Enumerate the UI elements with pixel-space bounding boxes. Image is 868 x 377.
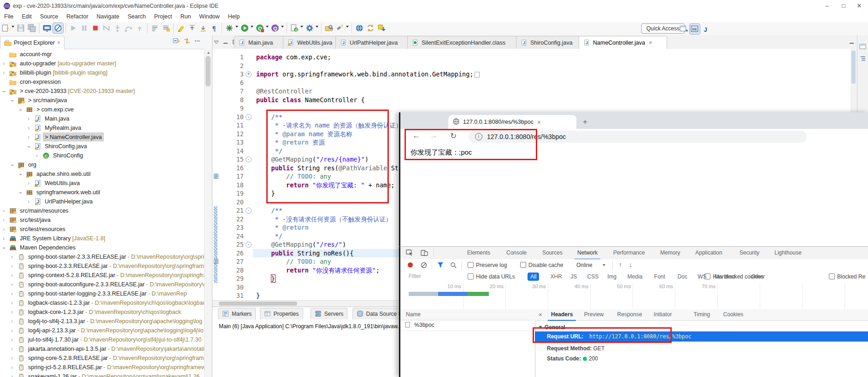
view-menu-icon[interactable] (194, 37, 200, 46)
general-section[interactable]: General (539, 324, 565, 331)
tree-item-snakeyaml-1.26.jar[interactable]: ›snakeyaml-1.26.jar - D:\mavenRepository… (0, 372, 204, 377)
device-toolbar-icon[interactable] (421, 249, 428, 257)
new-wizard-dropdown-icon[interactable] (12, 26, 14, 28)
pause-icon[interactable] (79, 23, 89, 33)
project-explorer-close-icon[interactable]: × (57, 40, 60, 46)
tree-item-namecontroller.java[interactable]: ›J> NameController.java (0, 133, 204, 142)
new-tab-button[interactable]: + (581, 118, 589, 126)
editor-hscroll-thumb[interactable] (219, 302, 297, 306)
filter-type-img[interactable]: Img (604, 273, 619, 281)
tree-item-spring-boot-starter-2.3.3.release.jar[interactable]: ›spring-boot-starter-2.3.3.RELEASE.jar -… (0, 252, 204, 261)
devtools-tab-application[interactable]: Application (692, 247, 725, 259)
profile-icon[interactable]: Q (270, 23, 280, 33)
browser-tab[interactable]: 127.0.0.1:8080/res/%3bpoc × (448, 115, 576, 129)
tree-item-spring-boot-autoconfigure-2.3.3.release.jar[interactable]: ›spring-boot-autoconfigure-2.3.3.RELEASE… (0, 280, 204, 289)
chevron-expanded-icon[interactable]: › (1, 247, 7, 249)
reload-icon[interactable]: ↻ (450, 131, 457, 141)
link-editor-icon[interactable] (183, 37, 191, 46)
skip-breakpoints-icon[interactable] (53, 23, 63, 33)
chevron-collapsed-icon[interactable]: › (11, 318, 13, 325)
chevron-collapsed-icon[interactable]: › (11, 309, 13, 315)
filter-type-doc[interactable]: Doc (675, 273, 690, 281)
details-tab-timing[interactable]: Timing (690, 309, 713, 320)
new-class-dropdown-icon[interactable] (300, 26, 303, 28)
explorer-scrollbar[interactable]: ▲ (204, 49, 212, 377)
details-close-icon[interactable]: × (539, 311, 542, 318)
step-over-icon[interactable] (123, 23, 134, 33)
tree-item-logback-classic-1.2.3.jar[interactable]: ›logback-classic-1.2.3.jar - D:\mavenRep… (0, 298, 204, 307)
chevron-collapsed-icon[interactable]: › (36, 152, 38, 159)
editor-minimize-icon[interactable] (849, 39, 854, 46)
chevron-collapsed-icon[interactable]: › (11, 300, 13, 306)
devtools-tab-console[interactable]: Console (504, 247, 529, 259)
view-menu-arrow-icon[interactable] (214, 39, 219, 46)
chevron-expanded-icon[interactable]: › (18, 192, 24, 194)
code-line-1[interactable]: 1package com.exp.cve; (212, 53, 868, 62)
next-annotation-icon[interactable] (198, 23, 208, 33)
menu-project[interactable]: Project (150, 12, 176, 21)
tree-item-shiroconfig.java[interactable]: ›JShiroConfig.java (0, 142, 204, 151)
run-icon[interactable] (240, 23, 250, 33)
details-tab-headers[interactable]: Headers (548, 309, 576, 321)
requests-name-header[interactable]: Name (400, 309, 540, 320)
profile-dropdown-icon[interactable] (281, 26, 284, 28)
chevron-collapsed-icon[interactable]: › (11, 364, 13, 371)
import-har-icon[interactable]: ↑ (619, 261, 622, 268)
chevron-collapsed-icon[interactable]: › (28, 116, 29, 122)
chevron-collapsed-icon[interactable]: › (28, 134, 29, 140)
menu-navigate[interactable]: Navigate (93, 12, 123, 21)
chevron-expanded-icon[interactable]: › (9, 100, 16, 102)
tree-item-auto-upgrader[interactable]: ›MJ!auto-upgrader [auto-upgrader master] (0, 59, 204, 68)
new-webservice-icon[interactable] (305, 23, 315, 33)
tree-item-log4j-api-2.13.3.jar[interactable]: ›log4j-api-2.13.3.jar - D:\mavenReposito… (0, 326, 204, 335)
fold-collapse-icon[interactable]: - (246, 242, 252, 248)
tree-item-com.exp.cve[interactable]: ›> com.exp.cve (0, 105, 204, 114)
chevron-collapsed-icon[interactable]: › (3, 208, 5, 214)
chevron-collapsed-icon[interactable]: › (28, 125, 29, 131)
chevron-collapsed-icon[interactable]: › (3, 226, 5, 232)
tree-item-urlpathhelper.java[interactable]: ›JUrlPathHelper.java (0, 197, 204, 206)
throttling-dropdown[interactable]: Online (576, 262, 605, 268)
menu-refactor[interactable]: Refactor (62, 12, 92, 21)
devtools-tab-sources[interactable]: Sources (540, 247, 565, 259)
tab-close-icon[interactable]: × (537, 119, 541, 126)
new-wizard-icon[interactable] (0, 23, 11, 33)
chevron-collapsed-icon[interactable]: › (11, 355, 13, 361)
url-bar[interactable]: i 127.0.0.1:8080/res/%3bpoc (469, 131, 807, 143)
chevron-collapsed-icon[interactable]: › (3, 70, 5, 76)
inspect-icon[interactable] (406, 249, 413, 257)
chevron-collapsed-icon[interactable]: › (28, 198, 29, 205)
menu-edit[interactable]: Edit (18, 12, 36, 21)
details-tab-response[interactable]: Response (614, 309, 645, 320)
details-tab-preview[interactable]: Preview (581, 309, 607, 320)
close-button[interactable]: ✕ (851, 0, 867, 12)
menu-help[interactable]: Help (224, 12, 244, 21)
panel-tab-properties[interactable]: Properties (260, 308, 303, 319)
minimize-button[interactable]: – (819, 0, 835, 12)
filter-type-ws[interactable]: WS (695, 273, 709, 281)
request-url-row[interactable]: Request URL: http://127.0.0.1:8080/res/%… (535, 331, 868, 342)
debug-dropdown-icon[interactable] (235, 26, 238, 28)
tree-item-webutils.java[interactable]: ›J!WebUtils.java (0, 179, 204, 188)
chevron-collapsed-icon[interactable]: › (3, 60, 5, 67)
java-perspective-icon[interactable]: J (701, 24, 711, 34)
folded-region-icon[interactable] (475, 72, 480, 78)
chevron-collapsed-icon[interactable]: › (3, 217, 5, 223)
stop-icon[interactable] (90, 23, 100, 33)
tree-item-spring-core-5.2.8.release.jar[interactable]: ›spring-core-5.2.8.RELEASE.jar - D:\mave… (0, 354, 204, 363)
chevron-collapsed-icon[interactable]: › (11, 336, 13, 343)
code-line-8[interactable]: 8public class NameController { (212, 96, 868, 104)
chevron-collapsed-icon[interactable]: › (11, 254, 13, 260)
tree-item-src/main/resources[interactable]: ›src/main/resources (0, 206, 204, 215)
request-name[interactable]: %3bpoc (414, 322, 434, 328)
search-dropdown-icon[interactable] (346, 26, 349, 28)
chevron-collapsed-icon[interactable]: › (11, 263, 13, 269)
request-url-value[interactable]: http://127.0.0.1:8080/res/%3bpoc (589, 331, 692, 342)
tree-item-log4j-to-slf4j-2.13.3.jar[interactable]: ›log4j-to-slf4j-2.13.3.jar - D:\mavenRep… (0, 317, 204, 326)
search-icon[interactable] (335, 23, 345, 33)
checkout-icon[interactable] (376, 23, 387, 33)
filter-type-all[interactable]: All (528, 273, 539, 281)
tree-item-spring-jcl-5.2.8.release.jar[interactable]: ›spring-jcl-5.2.8.RELEASE.jar - D:\maven… (0, 363, 204, 372)
chevron-collapsed-icon[interactable]: › (11, 281, 13, 288)
page-info-icon[interactable]: i (475, 133, 482, 140)
